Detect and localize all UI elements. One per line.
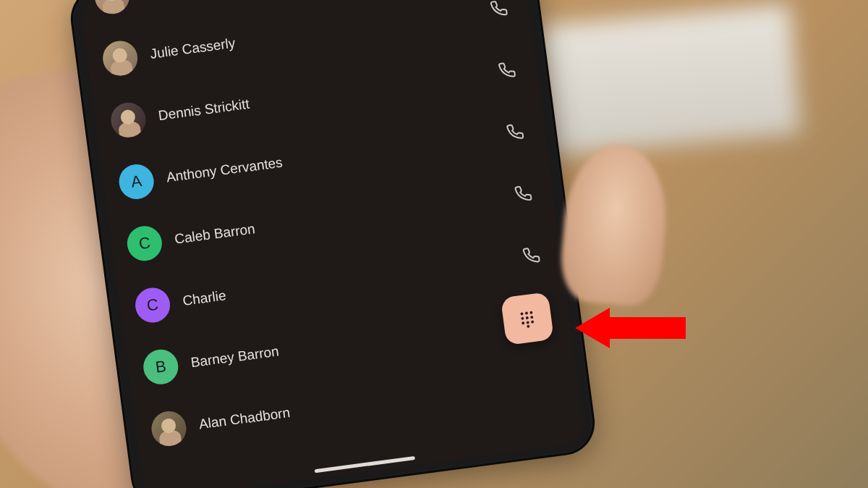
arrow-body	[610, 317, 686, 339]
contact-avatar[interactable]: C	[125, 224, 164, 263]
svg-point-4	[526, 316, 529, 319]
contact-avatar[interactable]	[101, 39, 140, 78]
contact-avatar[interactable]	[150, 409, 189, 448]
svg-point-5	[530, 316, 533, 319]
svg-point-6	[522, 321, 524, 324]
contact-avatar[interactable]: A	[117, 162, 156, 201]
svg-point-7	[526, 321, 529, 324]
svg-point-8	[531, 320, 534, 323]
dialpad-icon	[516, 308, 537, 329]
background-book	[537, 4, 801, 156]
svg-point-3	[521, 317, 524, 320]
contact-avatar[interactable]	[93, 0, 132, 16]
call-icon[interactable]	[489, 0, 509, 18]
contacts-list[interactable]: Aisa Julie Casserly Dennis Strickitt	[79, 0, 582, 464]
call-icon[interactable]	[497, 60, 516, 80]
contact-avatar[interactable]: C	[133, 286, 172, 325]
svg-point-1	[525, 311, 528, 314]
arrow-head-icon	[575, 308, 610, 348]
call-icon[interactable]	[522, 245, 541, 265]
call-icon[interactable]	[506, 122, 525, 142]
dialpad-fab[interactable]	[501, 292, 554, 345]
contact-avatar[interactable]: B	[141, 348, 180, 387]
svg-point-2	[529, 311, 532, 314]
contact-avatar[interactable]	[109, 101, 148, 140]
phone-device: Aisa Julie Casserly Dennis Strickitt	[69, 0, 597, 488]
phone-screen: Aisa Julie Casserly Dennis Strickitt	[79, 0, 587, 488]
svg-point-9	[527, 325, 529, 328]
svg-point-0	[520, 312, 523, 315]
call-icon[interactable]	[514, 184, 533, 203]
arrow-annotation	[575, 308, 686, 348]
